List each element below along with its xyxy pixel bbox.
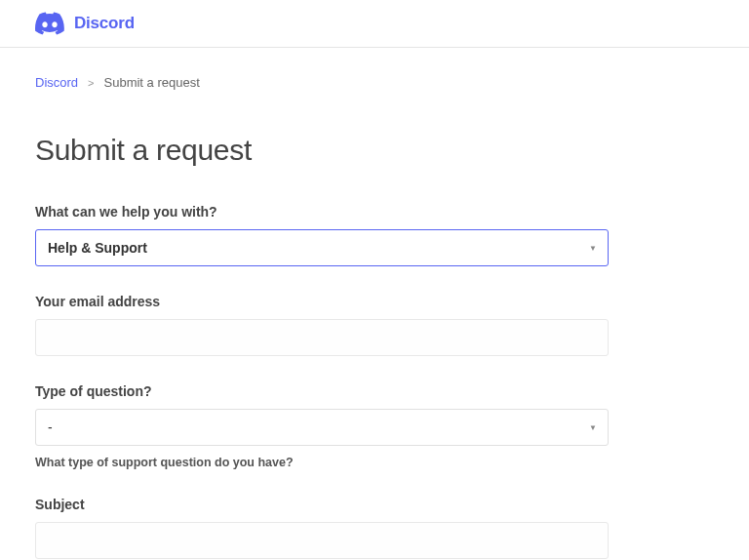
breadcrumb-home-link[interactable]: Discord [35, 75, 78, 90]
email-group: Your email address [35, 294, 714, 356]
help-topic-value: Help & Support [48, 240, 147, 256]
question-type-group: Type of question? - ▼ What type of suppo… [35, 383, 714, 469]
header: Discord [0, 0, 749, 48]
help-topic-select-wrapper: Help & Support ▼ [35, 229, 609, 266]
breadcrumb-separator: > [88, 77, 94, 89]
help-topic-group: What can we help you with? Help & Suppor… [35, 204, 714, 266]
question-type-help-text: What type of support question do you hav… [35, 456, 714, 469]
content-area: Discord > Submit a request Submit a requ… [0, 48, 749, 560]
question-type-value: - [48, 420, 53, 435]
help-topic-label: What can we help you with? [35, 204, 714, 220]
subject-group: Subject [35, 497, 714, 559]
breadcrumb: Discord > Submit a request [35, 75, 714, 90]
question-type-select-wrapper: - ▼ [35, 409, 609, 446]
discord-logo-icon[interactable] [35, 12, 64, 35]
subject-label: Subject [35, 497, 714, 512]
question-type-select[interactable]: - [35, 409, 609, 446]
email-input[interactable] [35, 319, 609, 356]
question-type-label: Type of question? [35, 383, 714, 399]
email-label: Your email address [35, 294, 714, 309]
page-title: Submit a request [35, 134, 714, 167]
help-topic-select[interactable]: Help & Support [35, 229, 609, 266]
brand-name[interactable]: Discord [74, 14, 135, 33]
breadcrumb-current: Submit a request [104, 75, 200, 90]
subject-input[interactable] [35, 522, 609, 559]
